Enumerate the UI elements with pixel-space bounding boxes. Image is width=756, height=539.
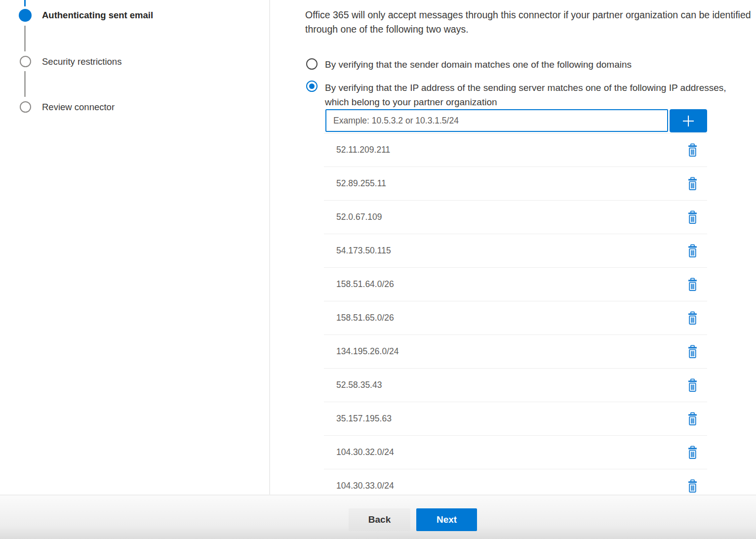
ip-row: 35.157.195.63 bbox=[324, 402, 707, 436]
ip-address-input[interactable] bbox=[325, 109, 668, 132]
delete-ip-button[interactable] bbox=[685, 343, 699, 361]
step-label: Security restrictions bbox=[42, 56, 121, 67]
trash-icon bbox=[687, 479, 698, 493]
delete-ip-button[interactable] bbox=[685, 477, 699, 495]
ip-row: 54.173.50.115 bbox=[324, 234, 707, 268]
ip-value: 54.173.50.115 bbox=[336, 246, 391, 256]
delete-ip-button[interactable] bbox=[685, 309, 699, 327]
ip-row: 104.30.32.0/24 bbox=[324, 436, 707, 469]
ip-value: 158.51.65.0/26 bbox=[336, 313, 394, 323]
next-button[interactable]: Next bbox=[416, 508, 477, 531]
plus-icon bbox=[680, 113, 696, 129]
add-ip-button[interactable] bbox=[670, 109, 707, 132]
delete-ip-button[interactable] bbox=[685, 208, 699, 226]
step-rail-top-segment bbox=[24, 0, 26, 6]
ip-value: 134.195.26.0/24 bbox=[336, 346, 399, 357]
ip-value: 104.30.32.0/24 bbox=[336, 447, 394, 457]
trash-icon bbox=[687, 210, 698, 224]
trash-icon bbox=[687, 177, 698, 191]
trash-icon bbox=[687, 244, 698, 258]
radio-unselected-icon[interactable] bbox=[306, 58, 318, 70]
page-description: Office 365 will only accept messages thr… bbox=[305, 8, 754, 36]
step-label: Review connector bbox=[42, 101, 115, 113]
ip-row: 158.51.64.0/26 bbox=[324, 268, 707, 301]
wizard-footer-bar: Back Next bbox=[0, 495, 756, 539]
connector-wizard-page: Authenticating sent email Security restr… bbox=[0, 0, 756, 539]
trash-icon bbox=[687, 446, 698, 459]
radio-dot bbox=[309, 83, 315, 89]
back-button[interactable]: Back bbox=[349, 508, 410, 531]
delete-ip-button[interactable] bbox=[685, 141, 699, 159]
radio-option-label[interactable]: By verifying that the sender domain matc… bbox=[325, 58, 740, 72]
trash-icon bbox=[687, 311, 698, 325]
wizard-steps-sidebar: Authenticating sent email Security restr… bbox=[0, 0, 270, 495]
ip-value: 158.51.64.0/26 bbox=[336, 279, 394, 290]
radio-selected-icon[interactable] bbox=[306, 81, 318, 92]
delete-ip-button[interactable] bbox=[685, 376, 699, 394]
trash-icon bbox=[687, 378, 698, 392]
step-current-circle-icon bbox=[19, 9, 32, 22]
trash-icon bbox=[687, 412, 698, 426]
step-label: Authenticating sent email bbox=[42, 9, 153, 21]
step-rail-connector bbox=[24, 26, 26, 51]
ip-value: 52.11.209.211 bbox=[336, 145, 390, 155]
step-upcoming-circle-icon bbox=[20, 56, 31, 67]
ip-value: 35.157.195.63 bbox=[336, 414, 392, 424]
ip-row: 52.58.35.43 bbox=[324, 369, 707, 402]
delete-ip-button[interactable] bbox=[685, 444, 699, 461]
ip-row: 158.51.65.0/26 bbox=[324, 301, 707, 335]
ip-list: 52.11.209.211 52.89.255.11 bbox=[324, 133, 707, 495]
step-upcoming-circle-icon bbox=[20, 101, 31, 113]
delete-ip-button[interactable] bbox=[685, 410, 699, 428]
delete-ip-button[interactable] bbox=[685, 276, 699, 293]
ip-row: 52.0.67.109 bbox=[324, 201, 707, 234]
ip-row: 104.30.33.0/24 bbox=[324, 469, 707, 495]
trash-icon bbox=[687, 345, 698, 359]
ip-value: 52.89.255.11 bbox=[336, 178, 386, 189]
ip-row: 52.11.209.211 bbox=[324, 133, 707, 167]
delete-ip-button[interactable] bbox=[685, 242, 699, 260]
ip-row: 134.195.26.0/24 bbox=[324, 335, 707, 369]
ip-value: 52.58.35.43 bbox=[336, 380, 382, 390]
radio-option-label[interactable]: By verifying that the IP address of the … bbox=[325, 81, 727, 109]
trash-icon bbox=[687, 143, 698, 157]
ip-row: 52.89.255.11 bbox=[324, 167, 707, 201]
ip-value: 52.0.67.109 bbox=[336, 212, 382, 222]
delete-ip-button[interactable] bbox=[685, 175, 699, 193]
ip-value: 104.30.33.0/24 bbox=[336, 481, 394, 491]
trash-icon bbox=[687, 278, 698, 291]
step-rail-connector bbox=[24, 71, 26, 97]
